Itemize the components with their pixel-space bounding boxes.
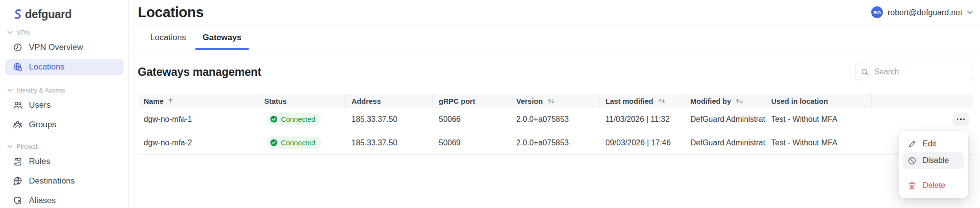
sidebar-item-aliases[interactable]: Aliases xyxy=(5,192,124,208)
cell-status: Connected xyxy=(258,113,346,125)
sort-both-icon xyxy=(658,98,666,104)
column-header-grpc-port: gRPC port xyxy=(433,94,510,108)
cell-version: 2.0.0+a075853 xyxy=(510,115,600,124)
cell-grpc-port: 50069 xyxy=(433,139,510,147)
title-bar: Locations RO robert@defguard.net xyxy=(129,0,980,25)
cell-grpc-port: 50066 xyxy=(433,115,510,124)
column-header-version[interactable]: Version xyxy=(510,94,600,108)
sort-both-icon xyxy=(547,98,555,104)
main-content: Locations RO robert@defguard.net Locatio… xyxy=(129,0,980,208)
tab-locations[interactable]: Locations xyxy=(141,25,195,50)
groups-icon xyxy=(13,120,23,130)
status-badge: Connected xyxy=(267,113,321,125)
prohibit-icon xyxy=(908,157,916,165)
brand-wordmark: defguard xyxy=(25,8,72,21)
cell-address: 185.33.37.50 xyxy=(346,139,433,147)
table-row: dgw-no-mfa-1 Connected 185.33.37.50 5006… xyxy=(138,108,973,131)
check-circle-icon xyxy=(270,116,277,123)
defguard-logo-icon xyxy=(13,8,23,21)
avatar: RO xyxy=(871,6,883,18)
chevron-down-icon xyxy=(7,89,13,92)
cell-modified-by: DefGuard Administrat… xyxy=(684,139,765,147)
column-header-address: Address xyxy=(346,94,433,108)
clock-icon xyxy=(13,43,23,52)
cell-version: 2.0.0+a075853 xyxy=(510,139,600,147)
user-email: robert@defguard.net xyxy=(887,8,962,17)
chevron-down-icon xyxy=(7,31,13,34)
column-header-name[interactable]: Name xyxy=(138,94,258,108)
trash-icon xyxy=(908,182,916,190)
cell-name: dgw-no-mfa-1 xyxy=(138,115,258,124)
cell-last-modified: 09/03/2026 | 17:46 xyxy=(600,139,684,147)
sidebar-item-vpn-overview[interactable]: VPN Overview xyxy=(5,39,124,56)
column-header-last-modified[interactable]: Last modified xyxy=(600,94,684,108)
sidebar-section-identity[interactable]: Identity & Access xyxy=(0,86,128,94)
column-header-modified-by[interactable]: Modified by xyxy=(684,94,765,108)
column-header-actions xyxy=(872,94,973,108)
cell-actions xyxy=(872,113,973,126)
section-heading: Gateways management xyxy=(138,66,261,79)
chevron-down-icon xyxy=(967,10,973,14)
sidebar-item-locations[interactable]: Locations xyxy=(5,59,124,75)
column-header-status: Status xyxy=(258,94,346,108)
divider xyxy=(864,6,864,19)
table-row: dgw-no-mfa-2 Connected 185.33.37.50 5006… xyxy=(138,131,973,155)
cell-modified-by: DefGuard Administrat… xyxy=(684,115,765,124)
cell-status: Connected xyxy=(258,137,346,149)
sidebar-section-vpn[interactable]: VPN xyxy=(0,28,128,36)
gateways-table: Name Status Address gRPC port Version xyxy=(138,94,973,155)
check-circle-icon xyxy=(270,139,277,146)
scroll-icon xyxy=(13,157,23,166)
user-menu[interactable]: RO robert@defguard.net xyxy=(864,4,973,21)
search-box xyxy=(855,63,973,81)
row-context-menu: Edit Disable Delete xyxy=(899,131,968,198)
sidebar-section-firewall[interactable]: Firewall xyxy=(0,142,128,150)
pencil-icon xyxy=(908,140,916,148)
users-icon xyxy=(13,100,23,110)
page-title: Locations xyxy=(138,4,203,21)
status-badge: Connected xyxy=(267,137,321,149)
sidebar-item-users[interactable]: Users xyxy=(5,97,124,114)
globe-pin-icon xyxy=(13,62,23,72)
chevron-down-icon xyxy=(7,145,13,148)
cell-last-modified: 11/03/2026 | 11:32 xyxy=(600,115,684,124)
menu-item-edit[interactable]: Edit xyxy=(903,136,964,152)
cell-address: 185.33.37.50 xyxy=(346,115,433,124)
cell-used-in-location: Test - Without MFA xyxy=(765,139,872,147)
tab-gateways[interactable]: Gateways xyxy=(195,25,249,50)
row-actions-button[interactable] xyxy=(953,113,969,126)
sidebar-item-rules[interactable]: Rules xyxy=(5,153,124,170)
menu-item-delete[interactable]: Delete xyxy=(903,177,964,194)
search-icon xyxy=(861,68,869,76)
tab-bar: Locations Gateways xyxy=(129,25,980,50)
search-input[interactable] xyxy=(873,67,967,77)
sidebar: defguard VPN VPN Overview Locations xyxy=(0,0,129,208)
table-header-row: Name Status Address gRPC port Version xyxy=(138,94,973,108)
column-header-used-in-location: Used in location xyxy=(765,94,872,108)
globe-arrow-icon xyxy=(13,176,23,186)
cell-name: dgw-no-mfa-2 xyxy=(138,139,258,147)
gateways-panel: Gateways management Name Status A xyxy=(129,50,980,155)
sidebar-item-destinations[interactable]: Destinations xyxy=(5,173,124,189)
shield-lock-icon xyxy=(13,196,23,206)
logo-row: defguard xyxy=(0,0,128,23)
sidebar-item-groups[interactable]: Groups xyxy=(5,116,124,133)
cell-used-in-location: Test - Without MFA xyxy=(765,115,872,124)
hamburger-menu-icon[interactable] xyxy=(118,13,119,16)
sort-asc-icon xyxy=(168,98,173,104)
menu-item-disable[interactable]: Disable xyxy=(903,152,964,169)
divider xyxy=(905,173,962,173)
sort-both-icon xyxy=(735,98,743,104)
